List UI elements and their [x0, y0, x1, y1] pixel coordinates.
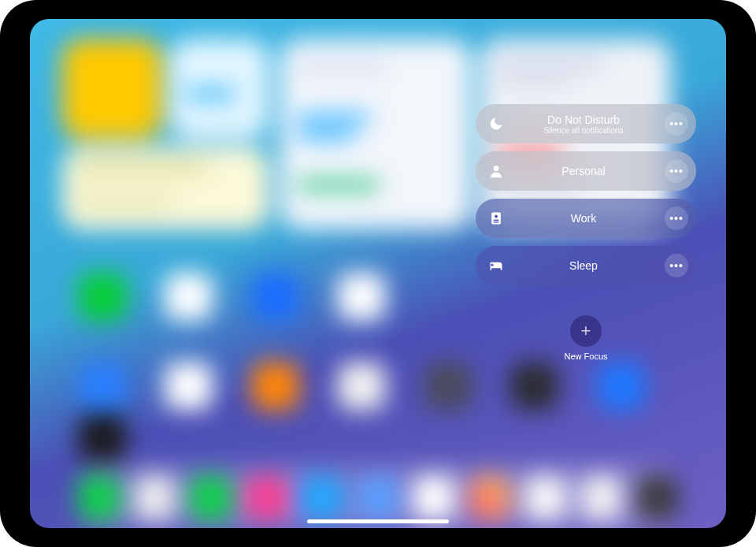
focus-item-title: Do Not Disturb — [509, 113, 658, 126]
more-icon[interactable]: ••• — [665, 207, 688, 230]
focus-item-sleep[interactable]: Sleep ••• — [476, 246, 696, 285]
focus-item-subtitle: Silence all notifications — [509, 126, 658, 135]
focus-item-title: Sleep — [509, 259, 658, 272]
focus-item-personal[interactable]: Personal ••• — [476, 151, 696, 191]
svg-point-2 — [495, 215, 498, 218]
person-icon — [484, 158, 509, 184]
more-icon[interactable]: ••• — [665, 254, 688, 277]
svg-rect-3 — [494, 220, 499, 221]
home-indicator[interactable] — [307, 519, 449, 523]
more-icon[interactable]: ••• — [665, 159, 688, 183]
focus-item-work[interactable]: Work ••• — [476, 199, 696, 238]
new-focus[interactable]: + New Focus — [564, 315, 607, 361]
screen: Do Not Disturb Silence all notifications… — [30, 19, 726, 528]
focus-menu: Do Not Disturb Silence all notifications… — [476, 104, 696, 361]
focus-item-dnd[interactable]: Do Not Disturb Silence all notifications… — [476, 104, 696, 143]
plus-icon[interactable]: + — [570, 315, 602, 347]
svg-point-0 — [494, 166, 499, 171]
focus-item-title: Personal — [509, 165, 658, 177]
moon-icon — [484, 111, 509, 136]
new-focus-label: New Focus — [564, 352, 607, 361]
focus-item-title: Work — [509, 212, 658, 225]
device-frame: Do Not Disturb Silence all notifications… — [0, 0, 756, 547]
bed-icon — [484, 253, 509, 278]
svg-rect-4 — [494, 221, 499, 222]
more-icon[interactable]: ••• — [665, 112, 688, 136]
badge-icon — [484, 206, 509, 231]
